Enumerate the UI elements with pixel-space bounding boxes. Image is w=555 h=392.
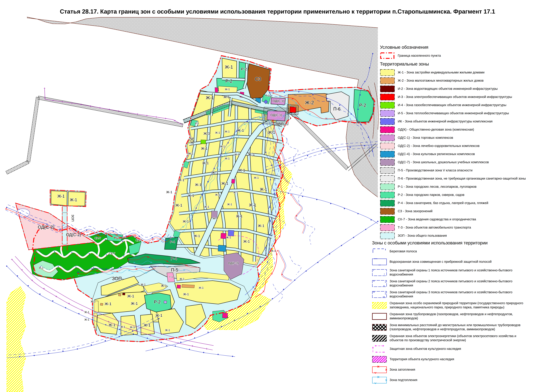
legend-swatch-graphic: [380, 143, 394, 149]
legend-zone-5: И-5 - Зона теплообеспечивающих объектов …: [380, 109, 555, 117]
legend-zone-13-swatch: [380, 175, 395, 182]
legend-swatch-graphic: [380, 109, 395, 117]
legend-zone-0-swatch: [380, 69, 395, 76]
legend-special-6-label: Охранная зона трубопроводов (газопроводо…: [387, 312, 513, 320]
legend-swatch-graphic: [372, 367, 387, 373]
map-geometry-circle: [330, 203, 331, 204]
legend-swatch-graphic: [380, 101, 395, 109]
zone-label: Ж-1: [204, 131, 210, 135]
legend-swatch-graphic: [372, 323, 387, 331]
map-geometry-circle: [62, 351, 64, 352]
legend-swatch-graphic: [380, 191, 395, 199]
map-geometry-circle: [77, 348, 78, 349]
map-geometry-circle: [6, 207, 7, 208]
legend-swatch-graphic: Охранная зона трубопроводов (газопроводо…: [390, 312, 513, 316]
zone-label: Ж-1: [237, 128, 244, 132]
map-geometry-path: [123, 293, 125, 295]
zone-label: ОД(С-2): [66, 232, 81, 237]
legend-swatch-graphic: Береговая полоса: [390, 249, 417, 253]
map-geometry-circle: [371, 219, 372, 221]
map-geometry-circle: [139, 236, 140, 237]
legend-zone-19-swatch: [380, 224, 395, 231]
legend-swatch-graphic: П-5 - Производственная зона V класса опа…: [398, 169, 473, 172]
legend-zone-15: Р-2 - Зона городских парков, скверов, са…: [380, 191, 555, 199]
legend-swatch-graphic: [372, 258, 387, 265]
legend-zone-4: И-4 - Зона газообеспечивающих объектов и…: [380, 101, 555, 109]
legend-zone-18-label: СХ-7 - Зона ведения садоводства и огород…: [395, 217, 476, 221]
legend-zone-3: И-3 - Зона электрообеспечивающих объекто…: [380, 93, 555, 101]
legend-special-12-label: Зона подтопления: [387, 378, 417, 382]
map-geometry-circle: [77, 272, 78, 273]
zone-label: Ж-1: [202, 161, 209, 165]
zone-label: Ж-1: [212, 171, 218, 175]
map-geometry-circle: [112, 268, 112, 269]
legend-zone-16: Р-4 - Зона санаториев, баз отдыха, лагер…: [380, 199, 555, 207]
legend-swatch-graphic: заповедника, национального парка, природ…: [390, 306, 504, 309]
legend-zone-7: ОД(К) - Общественно-деловая зона (компле…: [380, 126, 555, 133]
map-geometry-circle: [274, 193, 275, 194]
map-geometry-circle: [369, 67, 370, 68]
legend-boundary-swatch: [380, 52, 395, 59]
map-geometry-circle: [214, 168, 215, 169]
legend-zone-17-swatch: [380, 207, 395, 215]
legend-swatch-graphic: Зона минимальных расстояний до магистрал…: [390, 323, 520, 327]
map-geometry-circle: [152, 349, 153, 350]
map-geometry-circle: [105, 239, 106, 240]
map-geometry-circle: [120, 267, 121, 268]
legend-swatch-graphic: [380, 118, 394, 125]
legend-swatch-graphic: [380, 233, 394, 239]
map-geometry-circle: [152, 237, 153, 238]
legend-swatch-graphic: [380, 52, 395, 59]
legend-swatch-graphic: [380, 216, 394, 223]
legend-zone-19: Т-3 - Зона объектов автомобильного транс…: [380, 224, 555, 231]
legend-zone-12-label: П-5 - Производственная зона V класса опа…: [395, 168, 473, 172]
legend-zone-12: П-5 - Производственная зона V класса опа…: [380, 166, 555, 174]
legend-swatch-graphic: [380, 151, 394, 157]
map-geometry-circle: [28, 285, 29, 286]
zone-label: Ж-1: [175, 203, 182, 207]
map-geometry-path: [38, 96, 183, 127]
legend-zone-17-label: СЗ - Зона захоронений: [395, 209, 432, 213]
map-geometry-circle: [351, 114, 352, 114]
map-geometry-circle: [267, 137, 268, 138]
zone-label: Ж-1: [155, 313, 162, 317]
legend-special-4-label: Зона санитарной охраны 3 пояса источнико…: [387, 290, 512, 299]
legend-zone-17: СЗ - Зона захоронений: [380, 207, 555, 215]
map-geometry-circle: [194, 337, 195, 339]
legend-zone-9: ОД(С-2) - Зона лечебно-оздоровительных к…: [380, 142, 555, 150]
legend-zone-10-label: ОД(С-4) - Зона культовых религиозных ком…: [395, 152, 475, 156]
map-geometry-circle: [122, 241, 123, 242]
zone-label: СХ-7: [136, 239, 142, 242]
map-geometry-circle: [54, 251, 55, 252]
legend-zone-11-swatch: [380, 158, 395, 166]
map-geometry-circle: [220, 155, 221, 156]
zone-label: Ж-1: [248, 152, 255, 157]
map-geometry-circle: [353, 237, 354, 238]
legend-zone-3-swatch: [380, 93, 395, 101]
legend-special-1: Водоохранная зона совмещенная с прибрежн…: [372, 258, 555, 265]
legend-special-heading: Зоны с особыми условиями использования т…: [372, 240, 555, 245]
legend-zones-heading: Территориальные зоны: [380, 62, 555, 66]
legend-zone-19-label: Т-3 - Зона объектов автомобильного транс…: [395, 225, 471, 229]
map-geometry-path: [206, 348, 207, 349]
legend-swatch-graphic: Водоохранная зона совмещенная с прибрежн…: [390, 260, 491, 264]
legend-swatch-graphic: [380, 175, 395, 182]
legend-swatch-graphic: [372, 279, 387, 287]
map-geometry-circle: [232, 356, 233, 357]
zone-label: ОД(С-2): [38, 225, 54, 229]
legend-swatch-graphic: СЗ - Зона захоронений: [398, 209, 432, 213]
map-geometry-path: [279, 250, 292, 280]
map-geometry-path: [62, 213, 67, 244]
map-geometry-path: [286, 139, 298, 166]
zoning-map-page: Статья 28.17. Карта границ зон с особыми…: [0, 0, 555, 392]
map-geometry-circle: [93, 267, 94, 268]
zone-label: ЗОП: [275, 122, 284, 127]
map-geometry-path: [221, 233, 226, 239]
legend-zone-3-label: И-3 - Зона электрообеспечивающих объекто…: [395, 95, 512, 99]
map-geometry-path: [273, 284, 283, 303]
legend-swatch-graphic: аммиакопроводов): [390, 316, 418, 320]
legend-zone-16-swatch: [380, 199, 395, 207]
legend-swatch-graphic: [380, 78, 394, 84]
map-geometry-path: [100, 303, 103, 306]
legend-swatch-graphic: Р-2 - Зона городских парков, скверов, са…: [398, 193, 464, 197]
